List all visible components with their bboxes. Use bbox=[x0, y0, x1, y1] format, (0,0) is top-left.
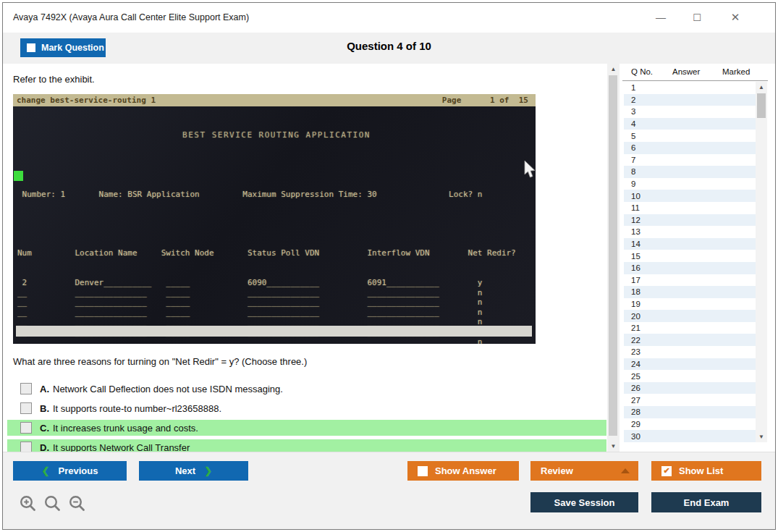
question-number: 30 bbox=[631, 432, 640, 441]
option-letter: C. bbox=[40, 423, 49, 434]
title-bar: Avaya 7492X (Avaya Aura Call Center Elit… bbox=[3, 3, 775, 33]
option-text: It supports route-to number~rl23658888. bbox=[53, 403, 221, 414]
maximize-icon[interactable]: ☐ bbox=[680, 7, 714, 28]
question-list-row[interactable]: 18 bbox=[624, 286, 756, 298]
question-number: 21 bbox=[631, 324, 640, 332]
review-button[interactable]: Review bbox=[530, 461, 638, 481]
scroll-down-icon[interactable]: ▼ bbox=[756, 431, 767, 442]
sidebar-scrollbar[interactable]: ▲ ▼ bbox=[756, 82, 767, 442]
option-checkbox[interactable] bbox=[20, 402, 32, 414]
terminal-row: __ _______________ _____ _______________… bbox=[17, 337, 536, 344]
question-panel: Refer to the exhibit. change best-servic… bbox=[3, 64, 607, 452]
previous-label: Previous bbox=[58, 465, 98, 476]
question-list-row[interactable]: 21 bbox=[624, 322, 756, 334]
answer-option[interactable]: C.It increases trunk usage and costs. bbox=[7, 420, 606, 436]
question-list-row[interactable]: 24 bbox=[624, 358, 756, 371]
zoom-reset-icon[interactable] bbox=[43, 494, 62, 513]
answer-option[interactable]: B.It supports route-to number~rl23658888… bbox=[7, 400, 606, 416]
question-list-row[interactable]: 25 bbox=[624, 370, 756, 382]
question-list-row[interactable]: 5 bbox=[624, 130, 756, 142]
question-list-row[interactable]: 11 bbox=[624, 202, 756, 214]
question-list-row[interactable]: 2 bbox=[624, 94, 756, 106]
question-list-row[interactable]: 6 bbox=[624, 142, 756, 154]
question-number: 26 bbox=[631, 384, 640, 392]
show-answer-button[interactable]: Show Answer bbox=[407, 461, 519, 481]
question-list-row[interactable]: 3 bbox=[624, 106, 756, 118]
question-list-row[interactable]: 7 bbox=[624, 154, 756, 166]
scroll-down-icon[interactable]: ▼ bbox=[607, 441, 620, 452]
mark-question-checkbox[interactable] bbox=[27, 43, 35, 52]
minimize-icon[interactable]: — bbox=[644, 7, 677, 28]
question-list-row[interactable]: 30 bbox=[624, 430, 756, 442]
answer-option[interactable]: A.Network Call Deflection does not use I… bbox=[7, 381, 606, 397]
end-exam-label: End Exam bbox=[684, 497, 730, 508]
terminal-top-bar: change best-service-routing 1 Page 1 of … bbox=[13, 94, 536, 106]
question-number: 11 bbox=[631, 203, 640, 212]
save-session-label: Save Session bbox=[554, 497, 615, 508]
question-list-row[interactable]: 28 bbox=[624, 406, 756, 418]
question-list-row[interactable]: 13 bbox=[624, 226, 756, 238]
question-list-row[interactable]: 1 bbox=[624, 82, 756, 94]
main-scrollbar-thumb[interactable] bbox=[609, 75, 617, 436]
option-checkbox[interactable] bbox=[20, 442, 32, 452]
question-number: 28 bbox=[631, 408, 640, 416]
main-scrollbar[interactable]: ▲ ▼ bbox=[607, 64, 620, 452]
question-number: 18 bbox=[631, 287, 640, 296]
question-number: 10 bbox=[631, 192, 640, 200]
zoom-in-icon[interactable] bbox=[19, 494, 38, 513]
show-list-checkbox[interactable]: ✔ bbox=[661, 466, 672, 476]
question-list-row[interactable]: 16 bbox=[624, 262, 756, 274]
question-header: Question 4 of 10 bbox=[3, 40, 775, 52]
qno-column-header: Q No. bbox=[631, 67, 653, 76]
question-number: 1 bbox=[631, 83, 635, 92]
option-checkbox[interactable] bbox=[20, 383, 32, 394]
terminal-cursor bbox=[14, 171, 23, 181]
question-number: 9 bbox=[631, 180, 635, 188]
question-list-row[interactable]: 9 bbox=[624, 178, 756, 190]
question-number: 29 bbox=[631, 420, 640, 428]
question-number: 19 bbox=[631, 300, 640, 308]
question-list-row[interactable]: 4 bbox=[624, 118, 756, 130]
question-list-row[interactable]: 19 bbox=[624, 298, 756, 311]
question-number: 22 bbox=[631, 336, 640, 345]
question-list-row[interactable]: 17 bbox=[624, 274, 756, 287]
terminal-row: 2 Denver__________ _____ 6090___________… bbox=[17, 278, 536, 288]
end-exam-button[interactable]: End Exam bbox=[651, 492, 761, 512]
zoom-out-icon[interactable] bbox=[68, 494, 87, 513]
question-list-row[interactable]: 23 bbox=[624, 346, 756, 358]
mark-question-button[interactable]: Mark Question bbox=[20, 38, 106, 57]
question-list-row[interactable]: 15 bbox=[624, 250, 756, 262]
previous-button[interactable]: ❮ Previous bbox=[13, 461, 127, 481]
sidebar-scrollbar-thumb[interactable] bbox=[757, 93, 766, 118]
question-number: 12 bbox=[631, 216, 640, 224]
mark-question-label: Mark Question bbox=[41, 43, 104, 53]
question-number: 5 bbox=[631, 132, 635, 140]
show-list-button[interactable]: ✔ Show List bbox=[651, 461, 761, 481]
option-letter: B. bbox=[40, 403, 49, 414]
question-list-row[interactable]: 27 bbox=[624, 394, 756, 406]
question-list-row[interactable]: 22 bbox=[624, 334, 756, 346]
question-list-row[interactable]: 12 bbox=[624, 214, 756, 227]
scroll-up-icon[interactable]: ▲ bbox=[756, 82, 767, 93]
question-list-row[interactable]: 14 bbox=[624, 238, 756, 250]
question-list-row[interactable]: 8 bbox=[624, 166, 756, 178]
question-list-row[interactable]: 10 bbox=[624, 190, 756, 202]
question-number: 2 bbox=[631, 96, 635, 104]
next-button[interactable]: Next ❯ bbox=[139, 461, 248, 481]
question-list-row[interactable]: 20 bbox=[624, 310, 756, 322]
question-list-row[interactable]: 26 bbox=[624, 382, 756, 394]
show-answer-checkbox[interactable] bbox=[418, 466, 428, 476]
question-number: 3 bbox=[631, 107, 635, 116]
question-number: 14 bbox=[631, 240, 640, 248]
question-list: 1234567891011121314151617181920212223242… bbox=[624, 82, 756, 442]
question-list-row[interactable]: 29 bbox=[624, 418, 756, 431]
close-icon[interactable]: ✕ bbox=[719, 7, 752, 28]
option-checkbox[interactable] bbox=[20, 422, 32, 434]
question-list-sidebar: Q No. Answer Marked 12345678910111213141… bbox=[622, 64, 768, 452]
review-label: Review bbox=[541, 465, 573, 476]
answer-option[interactable]: D.It supports Network Call Transfer bbox=[7, 439, 606, 452]
terminal-info-line: Number: 1 Name: BSR Application Maximum … bbox=[17, 190, 536, 200]
save-session-button[interactable]: Save Session bbox=[530, 492, 638, 512]
scroll-up-icon[interactable]: ▲ bbox=[607, 64, 620, 75]
answer-column-header: Answer bbox=[672, 67, 700, 76]
